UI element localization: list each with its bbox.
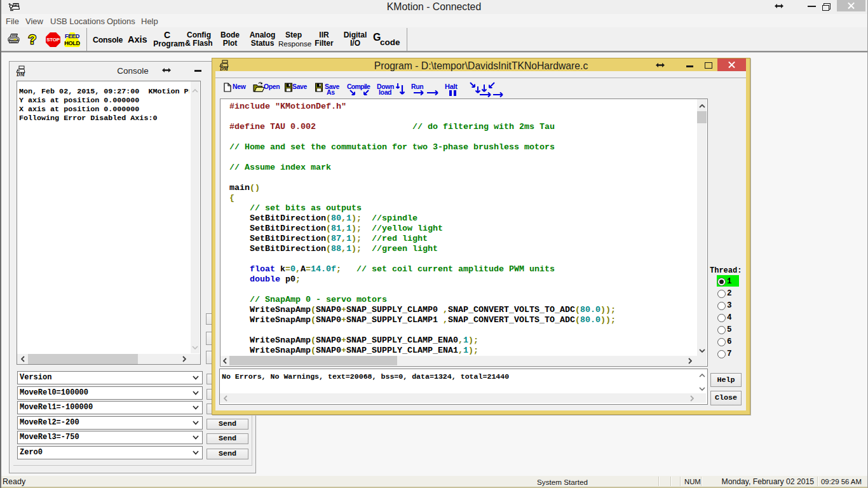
svg-text:?: ? (29, 32, 37, 46)
svg-text:DM: DM (16, 72, 25, 77)
svg-text:DM: DM (219, 66, 229, 71)
